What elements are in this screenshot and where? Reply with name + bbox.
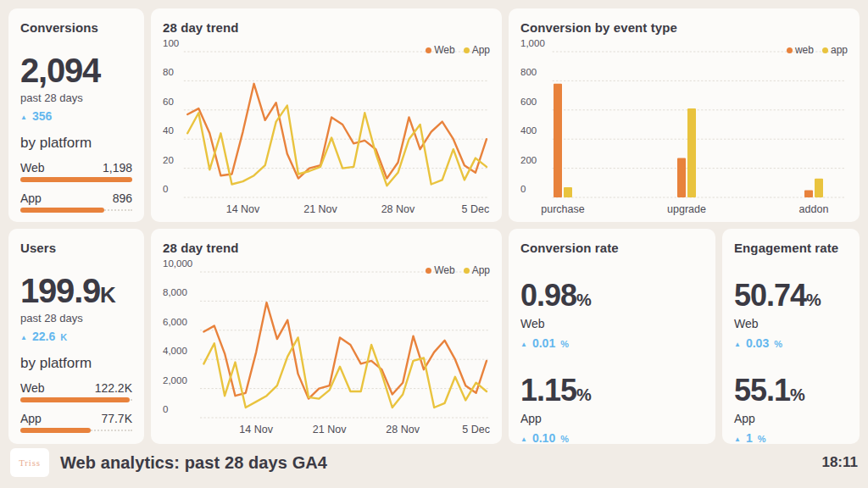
card-conversions: Conversions 2,094 past 28 days ▲356 by p… <box>8 8 144 222</box>
kpi-period: past 28 days <box>20 312 132 324</box>
platform-list: Web1,198App896 <box>20 161 132 213</box>
x-category-label: addon <box>799 203 829 215</box>
legend-label: web <box>795 44 814 56</box>
metric-platform-label: App <box>520 412 704 425</box>
x-category-label: upgrade <box>667 203 706 215</box>
chart-legend: WebApp <box>426 264 490 276</box>
metric-value: 50.74% <box>734 280 848 311</box>
x-tick-label: 21 Nov <box>313 424 347 435</box>
legend-label: Web <box>434 44 454 56</box>
card-conversions-trend: 28 day trend WebApp 02040608010014 Nov21… <box>151 8 502 222</box>
chart-title: 28 day trend <box>163 20 490 35</box>
card-conversion-rate: Conversion rate 0.98%Web▲0.01%1.15%App▲0… <box>509 229 715 444</box>
y-tick-label: 200 <box>520 155 537 165</box>
bar-web-purchase <box>554 84 562 197</box>
card-conversion-by-event-type: Conversion by event type webapp 02004006… <box>509 8 860 222</box>
metric-block: 55.1%App▲1% <box>734 375 848 444</box>
metric-value-suffix: % <box>576 291 591 309</box>
metric-value-suffix: % <box>576 385 591 404</box>
platform-name: App <box>20 191 42 205</box>
legend-dot-icon <box>426 268 431 274</box>
dashboard-grid: Conversions 2,094 past 28 days ▲356 by p… <box>0 0 868 444</box>
x-tick-label: 14 Nov <box>226 203 260 215</box>
card-title: Conversion rate <box>520 241 704 255</box>
platform-value: 77.7K <box>101 412 132 425</box>
y-tick-label: 400 <box>520 125 537 136</box>
x-tick-label: 5 Dec <box>462 424 490 435</box>
metric-delta-suffix: % <box>758 434 766 444</box>
kpi-delta-value: 22.6 <box>32 330 55 343</box>
metric-block: 0.98%Web▲0.01% <box>520 280 704 350</box>
card-users-trend: 28 day trend WebApp 02,0004,0006,0008,00… <box>151 229 502 444</box>
legend-item-web: Web <box>426 44 454 56</box>
y-tick-label: 20 <box>163 155 174 165</box>
platform-list: Web122.2KApp77.7K <box>20 381 132 433</box>
y-tick-label: 10,000 <box>163 260 192 269</box>
metric-value-number: 50.74 <box>734 278 806 313</box>
bar-app-purchase <box>564 187 572 197</box>
metric-value-number: 55.1 <box>734 373 790 408</box>
x-category-label: purchase <box>541 203 584 215</box>
footer-bar: Triss Web analytics: past 28 days GA4 18… <box>0 444 868 481</box>
legend-label: Web <box>434 264 454 276</box>
up-triangle-icon: ▲ <box>520 435 527 443</box>
legend-item-app: app <box>822 44 848 56</box>
metric-value-number: 0.98 <box>520 278 576 313</box>
y-tick-label: 80 <box>163 67 174 77</box>
metric-delta-value: 0.01 <box>532 336 555 350</box>
metric-platform-label: App <box>734 412 848 425</box>
bar-app-addon <box>815 179 823 197</box>
metric-list: 0.98%Web▲0.01%1.15%App▲0.10% <box>520 280 704 444</box>
metric-delta-suffix: % <box>560 434 569 444</box>
platform-bar-fill <box>20 208 104 213</box>
kpi-value-number: 2,094 <box>20 52 100 89</box>
platform-value: 122.2K <box>95 381 132 395</box>
kpi-delta-suffix: K <box>60 332 67 342</box>
kpi-delta: ▲356 <box>20 109 132 123</box>
metric-delta: ▲0.03% <box>734 336 848 350</box>
legend-label: app <box>831 44 848 56</box>
kpi-value: 199.9K <box>20 274 132 308</box>
platform-row: App896 <box>20 191 132 205</box>
y-tick-label: 4,000 <box>163 346 187 356</box>
chart-legend: WebApp <box>426 44 490 56</box>
legend-dot-icon <box>464 268 470 274</box>
platform-row: Web1,198 <box>20 161 132 175</box>
metric-value-suffix: % <box>806 291 821 309</box>
conversions-trend-line-chart: 02040608010014 Nov21 Nov28 Nov5 Dec <box>163 40 490 219</box>
metric-block: 50.74%Web▲0.03% <box>734 280 848 350</box>
y-tick-label: 0 <box>163 404 168 414</box>
y-tick-label: 60 <box>163 97 174 107</box>
legend-label: App <box>472 44 490 56</box>
y-tick-label: 100 <box>163 40 179 48</box>
card-title: Conversions <box>20 20 132 35</box>
legend-item-web: web <box>787 44 814 56</box>
up-triangle-icon: ▲ <box>734 435 741 443</box>
triss-logo: Triss <box>10 448 49 477</box>
metric-delta-suffix: % <box>560 339 569 349</box>
series-line-web <box>203 302 487 399</box>
platform-name: Web <box>20 381 45 395</box>
y-tick-label: 0 <box>163 184 168 194</box>
y-tick-label: 600 <box>520 97 537 107</box>
platform-name: App <box>20 412 42 425</box>
y-tick-label: 1,000 <box>520 40 545 48</box>
y-tick-label: 40 <box>163 125 174 136</box>
metric-value-number: 1.15 <box>520 373 576 408</box>
metric-platform-label: Web <box>734 317 848 330</box>
kpi-value-number: 199.9 <box>20 272 100 309</box>
metric-value-suffix: % <box>790 385 804 404</box>
platform-bar-track <box>20 428 132 433</box>
up-triangle-icon: ▲ <box>520 341 527 348</box>
platform-value: 896 <box>113 191 132 205</box>
up-triangle-icon: ▲ <box>734 341 741 348</box>
metric-platform-label: Web <box>520 317 704 330</box>
chart-title: Conversion by event type <box>520 20 848 35</box>
card-engagement-rate: Engagement rate 50.74%Web▲0.03%55.1%App▲… <box>722 229 860 444</box>
metric-delta-value: 1 <box>746 431 753 444</box>
legend-dot-icon <box>787 47 793 53</box>
platform-bar-track <box>20 177 132 182</box>
metric-value: 0.98% <box>520 280 704 311</box>
metric-list: 50.74%Web▲0.03%55.1%App▲1% <box>734 280 848 444</box>
metric-delta-value: 0.03 <box>746 336 769 350</box>
